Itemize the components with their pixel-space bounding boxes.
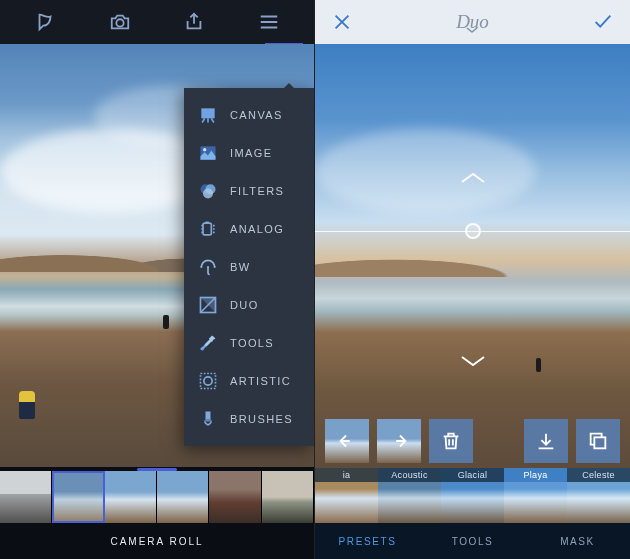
thumb[interactable] — [157, 471, 209, 523]
menu-item-label: IMAGE — [230, 147, 272, 159]
menu-item-label: CANVAS — [230, 109, 283, 121]
svg-point-15 — [204, 377, 212, 385]
filters-icon — [198, 181, 218, 201]
close-icon[interactable] — [329, 9, 355, 35]
svg-point-6 — [203, 189, 213, 199]
topbar-left — [0, 0, 314, 44]
menu-item-image[interactable]: IMAGE — [184, 134, 314, 172]
mountain-decor — [315, 243, 630, 277]
delete-button[interactable] — [429, 419, 473, 463]
footer-left[interactable]: CAMERA ROLL — [0, 523, 314, 559]
preset-label: ia — [315, 468, 378, 482]
tab-label: MASK — [560, 536, 595, 547]
history-group — [325, 419, 473, 463]
menu-item-artistic[interactable]: ARTISTIC — [184, 362, 314, 400]
preset-label: Playa — [504, 468, 567, 482]
menu-item-duo[interactable]: DUO — [184, 286, 314, 324]
logo-icon[interactable] — [32, 9, 58, 35]
menu-item-filters[interactable]: FILTERS — [184, 172, 314, 210]
svg-rect-7 — [203, 223, 211, 235]
menu-item-label: FILTERS — [230, 185, 284, 197]
svg-point-9 — [200, 266, 202, 268]
preset-item[interactable]: ia — [315, 468, 378, 523]
io-group — [524, 419, 620, 463]
preset-label: Acoustic — [378, 468, 441, 482]
menu-item-label: TOOLS — [230, 337, 274, 349]
preset-item-selected[interactable]: Playa — [504, 468, 567, 523]
confirm-icon[interactable] — [590, 9, 616, 35]
tab-mask[interactable]: MASK — [525, 523, 630, 559]
figure-decor — [163, 315, 169, 329]
menu-caret-icon — [284, 83, 294, 88]
redo-button[interactable] — [377, 419, 421, 463]
tab-label: PRESETS — [339, 536, 397, 547]
thumb[interactable] — [0, 471, 52, 523]
hamburger-menu-icon[interactable] — [256, 9, 282, 35]
svg-rect-1 — [201, 108, 214, 118]
figure-decor — [536, 358, 541, 372]
svg-point-11 — [214, 266, 216, 268]
tab-label: TOOLS — [452, 536, 494, 547]
svg-point-3 — [203, 148, 206, 151]
tools-icon — [198, 333, 218, 353]
editor-title[interactable]: Duo — [456, 11, 489, 33]
tab-presets[interactable]: PRESETS — [315, 523, 420, 559]
app-root: CANVAS IMAGE FILTERS ANALOG BW — [0, 0, 630, 559]
brush-icon — [198, 409, 218, 429]
preset-label: Glacial — [441, 468, 504, 482]
camera-roll-label: CAMERA ROLL — [110, 536, 203, 547]
preset-item[interactable]: Celeste — [567, 468, 630, 523]
menu-item-canvas[interactable]: CANVAS — [184, 96, 314, 134]
svg-point-10 — [207, 266, 209, 268]
editor-canvas[interactable] — [315, 44, 630, 468]
gradient-center-handle[interactable] — [465, 223, 481, 239]
thumb[interactable] — [105, 471, 157, 523]
chevron-down-handle[interactable] — [460, 354, 486, 372]
umbrella-icon — [198, 257, 218, 277]
tab-tools[interactable]: TOOLS — [420, 523, 525, 559]
svg-rect-16 — [206, 412, 211, 420]
chevron-down-icon — [465, 17, 479, 39]
menu-item-label: ARTISTIC — [230, 375, 291, 387]
topbar-right: Duo — [315, 0, 630, 44]
preset-label: Celeste — [567, 468, 630, 482]
figure-decor — [19, 391, 35, 419]
menu-item-brushes[interactable]: BRUSHES — [184, 400, 314, 438]
preset-item[interactable]: Glacial — [441, 468, 504, 523]
action-row — [315, 418, 630, 464]
canvas-icon — [198, 105, 218, 125]
svg-point-13 — [201, 347, 204, 350]
thumb[interactable] — [262, 471, 314, 523]
share-icon[interactable] — [181, 9, 207, 35]
editor-pane: Duo — [315, 0, 630, 559]
copy-button[interactable] — [576, 419, 620, 463]
svg-rect-14 — [201, 374, 216, 389]
thumb-selected[interactable] — [52, 471, 104, 523]
image-icon — [198, 143, 218, 163]
menu-item-analog[interactable]: ANALOG — [184, 210, 314, 248]
library-canvas[interactable]: CANVAS IMAGE FILTERS ANALOG BW — [0, 44, 314, 467]
camera-roll-strip[interactable] — [0, 471, 314, 523]
menu-item-label: DUO — [230, 299, 259, 311]
effects-menu: CANVAS IMAGE FILTERS ANALOG BW — [184, 88, 314, 446]
thumb[interactable] — [209, 471, 261, 523]
preset-strip[interactable]: ia Acoustic Glacial Playa Celeste — [315, 468, 630, 523]
chevron-up-handle[interactable] — [460, 171, 486, 189]
svg-point-0 — [116, 19, 123, 26]
preset-item[interactable]: Acoustic — [378, 468, 441, 523]
stamp-icon — [198, 371, 218, 391]
library-pane: CANVAS IMAGE FILTERS ANALOG BW — [0, 0, 315, 559]
duo-icon — [198, 295, 218, 315]
undo-button[interactable] — [325, 419, 369, 463]
menu-item-label: ANALOG — [230, 223, 284, 235]
svg-rect-17 — [594, 437, 605, 448]
footer-right: PRESETS TOOLS MASK — [315, 523, 630, 559]
cloud-decor — [315, 129, 536, 214]
camera-icon[interactable] — [107, 9, 133, 35]
download-button[interactable] — [524, 419, 568, 463]
svg-rect-8 — [206, 222, 209, 225]
menu-item-bw[interactable]: BW — [184, 248, 314, 286]
menu-item-label: BW — [230, 261, 251, 273]
menu-item-tools[interactable]: TOOLS — [184, 324, 314, 362]
film-roll-icon — [198, 219, 218, 239]
